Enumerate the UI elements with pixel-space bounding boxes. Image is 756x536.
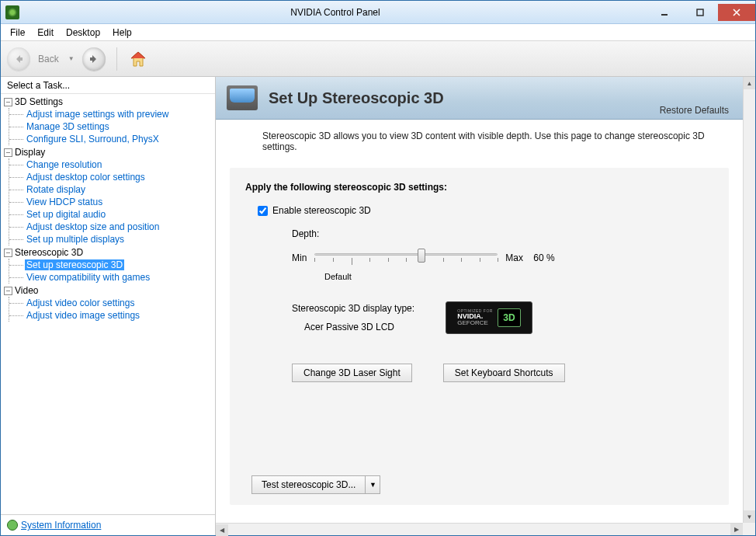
depth-min-label: Min [292, 252, 307, 263]
tree-item-row: Set up digital audio [9, 208, 212, 221]
settings-panel: Apply the following stereoscopic 3D sett… [230, 168, 729, 505]
tree-expander-icon[interactable] [4, 98, 12, 106]
sidebar-title: Select a Task... [1, 77, 215, 93]
tree-category-label: Video [15, 285, 38, 296]
tree-category[interactable]: Display [4, 146, 212, 158]
back-label: Back [38, 54, 59, 64]
page-banner: Set Up Stereoscopic 3D Restore Defaults [216, 77, 743, 120]
home-button[interactable] [128, 49, 148, 69]
tree-category-label: Stereoscopic 3D [15, 247, 83, 258]
menu-help[interactable]: Help [106, 26, 138, 40]
tree-item[interactable]: Change resolution [25, 159, 103, 170]
system-information-link[interactable]: System Information [21, 520, 101, 531]
test-stereoscopic-3d-dropdown[interactable]: ▼ [365, 475, 380, 494]
back-history-dropdown[interactable]: ▼ [65, 55, 78, 62]
tree-item-row: Manage 3D settings [9, 120, 212, 133]
tree-category-label: 3D Settings [15, 96, 63, 107]
depth-label: Depth: [292, 228, 713, 239]
tree-item[interactable]: Adjust desktop color settings [25, 172, 147, 183]
tree-item[interactable]: View compatibility with games [25, 272, 151, 283]
scroll-corner [743, 523, 755, 535]
tree-item-row: Change resolution [9, 158, 212, 171]
menu-file[interactable]: File [4, 26, 31, 40]
page-title: Set Up Stereoscopic 3D [269, 89, 444, 107]
svg-rect-1 [697, 9, 703, 16]
titlebar: NVIDIA Control Panel [1, 1, 755, 24]
svg-rect-0 [661, 14, 668, 16]
menu-desktop[interactable]: Desktop [60, 26, 106, 40]
tree-expander-icon[interactable] [4, 287, 12, 295]
tree-item[interactable]: View HDCP status [25, 197, 104, 207]
tree-item[interactable]: Adjust desktop size and position [25, 221, 161, 232]
tree-item[interactable]: Manage 3D settings [25, 121, 111, 132]
change-3d-laser-sight-button[interactable]: Change 3D Laser Sight [292, 364, 412, 382]
vertical-scrollbar[interactable]: ▲ ▼ [743, 77, 755, 523]
enable-stereoscopic-3d-checkbox[interactable] [258, 206, 268, 216]
tree-item-row: View HDCP status [9, 196, 212, 208]
test-stereoscopic-3d-button[interactable]: Test stereoscopic 3D... [251, 475, 365, 494]
tree-item-row: Set up stereoscopic 3D [9, 259, 212, 271]
tree-expander-icon[interactable] [4, 249, 12, 257]
depth-max-label: Max [505, 252, 523, 263]
close-button[interactable] [718, 4, 755, 21]
tree-item-row: Adjust desktop size and position [9, 221, 212, 233]
restore-defaults-link[interactable]: Restore Defaults [660, 105, 729, 116]
maximize-button[interactable] [682, 4, 718, 21]
enable-stereoscopic-3d-label[interactable]: Enable stereoscopic 3D [272, 205, 371, 216]
back-button[interactable] [7, 47, 30, 71]
sidebar: Select a Task... 3D SettingsAdjust image… [1, 77, 216, 535]
menu-edit[interactable]: Edit [31, 26, 60, 40]
page-icon [227, 85, 258, 110]
tree-expander-icon[interactable] [4, 148, 12, 157]
tree-category[interactable]: Stereoscopic 3D [4, 246, 212, 259]
window-title: NVIDIA Control Panel [24, 7, 647, 18]
horizontal-scrollbar[interactable]: ◀ ▶ [216, 523, 743, 535]
tree-item-row: Adjust desktop color settings [9, 171, 212, 183]
tree-item-row: Rotate display [9, 183, 212, 196]
tree-item-row: Adjust video image settings [9, 309, 212, 322]
depth-default-label: Default [324, 272, 713, 281]
tree-item-row: Adjust image settings with preview [9, 108, 212, 120]
toolbar: Back ▼ [1, 41, 755, 77]
tree-item[interactable]: Configure SLI, Surround, PhysX [25, 134, 161, 144]
set-keyboard-shortcuts-button[interactable]: Set Keyboard Shortcuts [443, 364, 565, 382]
nvidia-3d-badge: OPTIMIZED FOR NVIDIA. GEFORCE 3D [446, 301, 532, 334]
tree-item[interactable]: Set up digital audio [25, 209, 107, 220]
tree-category[interactable]: 3D Settings [4, 96, 212, 108]
tree-item-row: View compatibility with games [9, 271, 212, 284]
tree-item[interactable]: Set up stereoscopic 3D [25, 259, 124, 270]
depth-value: 60 % [531, 252, 555, 263]
scroll-right-button[interactable]: ▶ [730, 524, 743, 535]
tree-item-row: Adjust video color settings [9, 297, 212, 309]
depth-slider-thumb[interactable] [418, 249, 425, 263]
tree-item-row: Set up multiple displays [9, 233, 212, 245]
toolbar-separator [116, 47, 117, 71]
task-tree: 3D SettingsAdjust image settings with pr… [1, 93, 215, 514]
tree-item[interactable]: Set up multiple displays [25, 234, 126, 245]
scroll-down-button[interactable]: ▼ [744, 510, 755, 523]
content-area: Set Up Stereoscopic 3D Restore Defaults … [216, 77, 755, 535]
tree-item[interactable]: Adjust image settings with preview [25, 109, 170, 120]
forward-button[interactable] [82, 47, 106, 71]
tree-item[interactable]: Rotate display [25, 184, 87, 195]
tree-category[interactable]: Video [4, 284, 212, 297]
display-type-label: Stereoscopic 3D display type: [292, 303, 414, 314]
info-icon [7, 520, 18, 531]
tree-item-row: Configure SLI, Surround, PhysX [9, 133, 212, 145]
panel-title: Apply the following stereoscopic 3D sett… [245, 182, 713, 193]
scroll-left-button[interactable]: ◀ [216, 524, 228, 536]
app-icon [5, 5, 19, 19]
tree-item[interactable]: Adjust video color settings [25, 298, 136, 308]
display-type-value: Acer Passive 3D LCD [304, 322, 414, 332]
minimize-button[interactable] [647, 4, 682, 21]
page-description: Stereoscopic 3D allows you to view 3D co… [216, 120, 743, 162]
tree-item[interactable]: Adjust video image settings [25, 310, 141, 321]
depth-slider[interactable] [314, 247, 498, 269]
tree-category-label: Display [15, 147, 45, 158]
scroll-up-button[interactable]: ▲ [744, 77, 755, 89]
menubar: File Edit Desktop Help [1, 24, 755, 41]
